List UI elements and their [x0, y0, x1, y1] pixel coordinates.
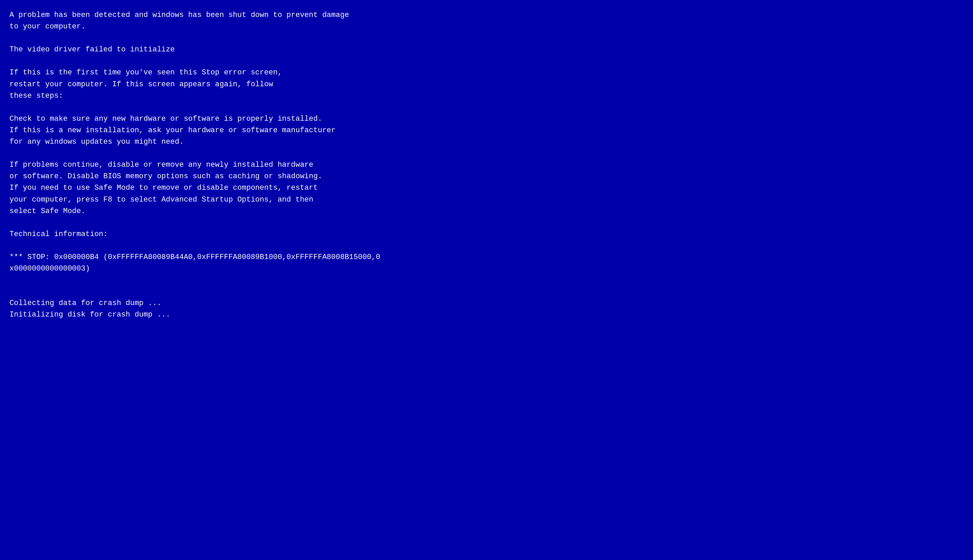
bsod-text-line: Collecting data for crash dump ... Initi… [10, 298, 962, 321]
line-gap [10, 148, 962, 159]
line-gap [10, 217, 962, 228]
bsod-text-line: If this is the first time you've seen th… [10, 67, 962, 102]
line-gap [10, 286, 962, 298]
bsod-text-line: A problem has been detected and windows … [10, 10, 962, 32]
bsod-text-line: The video driver failed to initialize [10, 44, 962, 55]
bsod-text-line: If problems continue, disable or remove … [10, 159, 962, 217]
bsod-text-line: Check to make sure any new hardware or s… [10, 113, 962, 148]
line-gap [10, 275, 962, 286]
line-gap [10, 102, 962, 113]
bsod-text-line: Technical information: [10, 228, 962, 240]
line-gap [10, 240, 962, 252]
bsod-text-line: *** STOP: 0x000000B4 (0xFFFFFFA80089B44A… [10, 252, 962, 275]
line-gap [10, 32, 962, 44]
bsod-screen: A problem has been detected and windows … [0, 0, 973, 560]
line-gap [10, 55, 962, 67]
